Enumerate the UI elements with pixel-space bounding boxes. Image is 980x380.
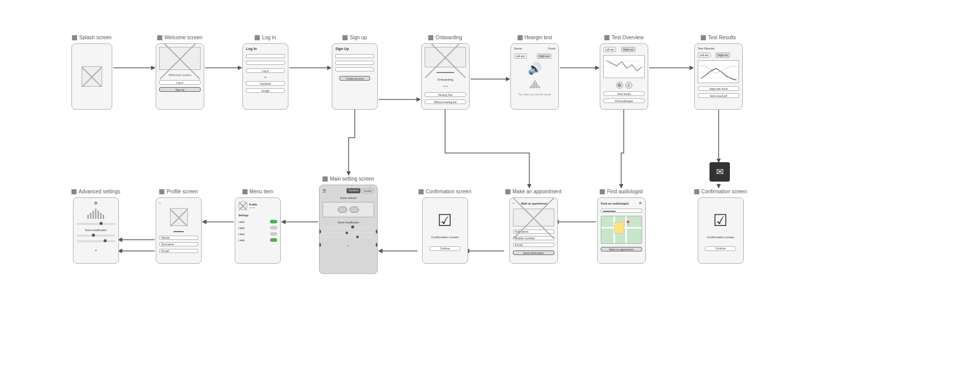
test-results-label: Test Results xyxy=(701,35,736,40)
profile-surname-field[interactable]: Surname xyxy=(159,242,198,246)
find-search-field[interactable]: ▬▬▬▬▬ xyxy=(601,209,642,213)
menu-item-inner: Profile ▬▬▬ Settings Label Label Label xyxy=(235,198,280,263)
onboarding-inner: ▬▬▬▬▬▬▬ Onboarding • • • Hearing Test Wi… xyxy=(422,44,469,109)
standard-tab[interactable]: Standard xyxy=(347,188,360,193)
right-connector xyxy=(376,230,378,234)
login-screen-group: Log in Log In Log in or Facebook Google xyxy=(242,35,288,110)
main-h-slider3[interactable] xyxy=(323,236,374,238)
login-btn[interactable]: Log in xyxy=(246,68,285,73)
info-icon[interactable]: i xyxy=(625,82,632,89)
main-setting-label: Main setting screen xyxy=(323,176,374,182)
final-confirmation-text: Confirmation screen xyxy=(707,236,734,239)
sensor-text: Sensor xyxy=(514,47,522,50)
profile-inner: ‹ ▬▬▬▬ Name Surname Email xyxy=(156,198,201,263)
toggle-row-1: Label xyxy=(238,220,277,223)
signup-field1[interactable] xyxy=(335,54,374,58)
results-right[interactable]: Right ear xyxy=(716,53,730,58)
settings-gear: ⚙ xyxy=(77,201,115,206)
apply-test-btn[interactable]: Apply test result xyxy=(698,86,739,91)
left-ear-tab[interactable]: Left ear xyxy=(514,54,527,59)
noise-amp-label: Noise Amplification xyxy=(77,229,115,232)
welcome-label: Welcome screen xyxy=(157,35,202,40)
view-results-btn[interactable]: View results xyxy=(603,91,645,96)
send-confirmation-btn[interactable]: Send confirmation xyxy=(513,250,554,255)
test-ov-right[interactable]: Right ear xyxy=(621,47,635,52)
hamburger-icon[interactable]: ☰ xyxy=(323,189,326,193)
find-audiologist-screen-group: Find audiologist Find an audiologist ✕ ▬… xyxy=(597,189,646,264)
hearing-test-btn[interactable]: Hearing Test xyxy=(425,92,466,97)
appt-mobile[interactable]: Mobile number xyxy=(513,236,554,240)
main-h-slider[interactable] xyxy=(323,226,374,229)
confirmation-text: Confirmation screen xyxy=(431,236,459,239)
find-audiologist-icon xyxy=(600,189,605,194)
advanced-settings-icon xyxy=(71,189,77,194)
menu-item-phone: Profile ▬▬▬ Settings Label Label Label xyxy=(235,197,281,264)
appt-email[interactable]: Email xyxy=(513,243,554,247)
results-graph xyxy=(698,60,739,83)
h-slider3[interactable] xyxy=(77,240,115,242)
find-audiologist-ov-btn[interactable]: Find audiologist xyxy=(603,98,645,103)
profile-email-field[interactable]: Email xyxy=(159,249,198,253)
splash-screen-group: Splash screen xyxy=(71,35,112,110)
menu-avatar xyxy=(238,201,248,210)
signup-field2[interactable] xyxy=(335,61,374,65)
welcome-signup-btn[interactable]: Sign Up xyxy=(159,87,201,92)
hearing-test-label: Heargin test xyxy=(518,35,552,40)
welcome-login-btn[interactable]: Log In xyxy=(159,80,201,85)
test-ov-left[interactable]: Left ear xyxy=(603,47,616,52)
toggle-row-2: Label xyxy=(238,226,277,230)
signup-field3[interactable] xyxy=(335,67,374,71)
advanced-settings-label: Advanced settings xyxy=(71,189,120,194)
make-appointment-screen-group: Make an appointment ‹ Make an appointmen… xyxy=(505,189,561,264)
login-or-text: or xyxy=(246,75,285,79)
signup-create-btn[interactable]: Create Account xyxy=(339,76,371,81)
test-overview-inner: Left ear Right ear ⚙ i View result xyxy=(600,44,648,109)
find-title: Find an audiologist xyxy=(601,202,629,205)
label2: Label xyxy=(238,226,244,230)
advanced-settings-phone: ⚙ xyxy=(73,197,119,264)
final-continue-btn[interactable]: Continue xyxy=(705,246,736,251)
settings-icon[interactable]: ⚙ xyxy=(616,82,623,89)
onboarding-dots: • • • xyxy=(425,85,466,88)
login-google-btn[interactable]: Google xyxy=(246,88,285,93)
toggle-2[interactable] xyxy=(270,226,277,230)
login-password-field[interactable] xyxy=(246,61,285,65)
menu-item-label: Menu item xyxy=(242,189,274,194)
confirmation-continue-btn[interactable]: Continue xyxy=(429,246,460,251)
test-results-screen-group: Test Results Test Results Left ear Right… xyxy=(694,35,743,110)
send-result-btn[interactable]: Send result pdf xyxy=(698,93,739,98)
main-setting-icon xyxy=(323,176,328,182)
without-hearing-btn[interactable]: Without hearing test xyxy=(425,99,466,104)
test-results-phone: Test Results Left ear Right ear Apply te… xyxy=(694,43,743,110)
main-h-slider2[interactable] xyxy=(323,232,374,234)
appt-title: Make an appointment xyxy=(521,202,547,205)
login-facebook-btn[interactable]: Facebook xyxy=(246,81,285,86)
toggle-4[interactable] xyxy=(270,238,277,242)
canvas: Splash screen Welcome screen Welcome scr… xyxy=(0,0,980,380)
welcome-inner: Welcome screen Log In Sign Up xyxy=(156,44,204,109)
results-left[interactable]: Left ear xyxy=(698,53,710,58)
login-email-field[interactable] xyxy=(246,54,285,58)
hearing-test-phone: Sensor Found Left ear Right ear 🔊 xyxy=(510,43,559,110)
toggle-1[interactable] xyxy=(270,220,277,223)
close-icon[interactable]: ✕ xyxy=(639,201,642,206)
profile-screen-group: Profile screen ‹ ▬▬▬▬ Name Surname Email xyxy=(156,189,202,264)
h-slider2[interactable] xyxy=(77,235,115,238)
signup-label: Sign up xyxy=(342,35,367,40)
splash-icon xyxy=(72,35,77,40)
login-icon xyxy=(255,35,260,40)
toggle-3[interactable] xyxy=(270,232,277,236)
email-icon-connector: ✉ xyxy=(709,162,730,182)
custom-tab[interactable]: Custom xyxy=(361,188,374,193)
main-noise-label: Noise Amplification xyxy=(323,221,374,224)
h-slider1[interactable] xyxy=(77,223,115,226)
main-dot: • xyxy=(323,242,374,248)
final-confirmation-icon xyxy=(694,189,699,194)
back-arrow[interactable]: ‹ xyxy=(159,201,198,206)
advanced-settings-screen-group: Advanced settings ⚙ xyxy=(71,189,120,264)
profile-name-field[interactable]: Name xyxy=(159,236,198,240)
right-ear-tab[interactable]: Right ear xyxy=(537,54,551,59)
appt-back[interactable]: ‹ xyxy=(513,201,514,206)
login-title: Log In xyxy=(246,47,285,50)
make-appointment-map-btn[interactable]: Make an appointment xyxy=(601,247,642,251)
